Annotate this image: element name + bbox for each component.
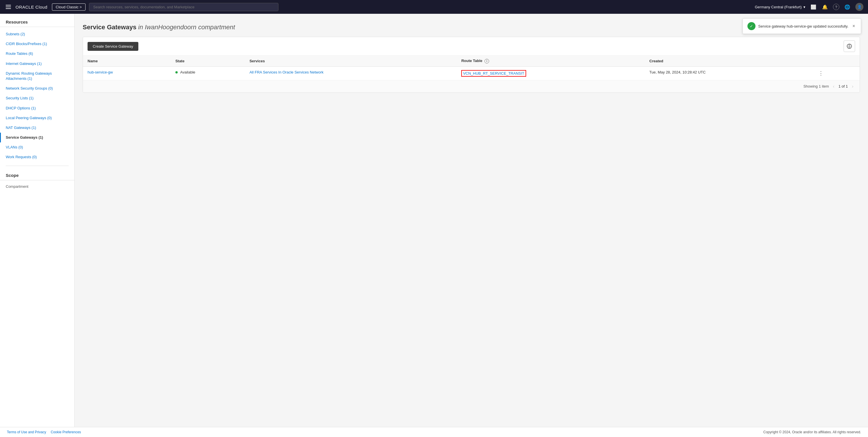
service-gateways-table: Name State Services Route Table i Create… (83, 56, 860, 80)
sidebar-item-local-peering[interactable]: Local Peering Gateways (0) (0, 113, 74, 123)
monitor-icon[interactable]: ⬜ (810, 3, 817, 10)
create-service-gateway-button[interactable]: Create Service Gateway (88, 42, 138, 51)
top-navigation: ORACLE Cloud Cloud Classic > Germany Cen… (0, 0, 868, 14)
prev-page-button[interactable]: ‹ (831, 83, 836, 90)
sidebar-item-drg-attachments[interactable]: Dynamic Routing Gateways Attachments (1) (0, 69, 74, 84)
toast-message: Service gateway hub-service-gw updated s… (758, 24, 848, 28)
region-label: Germany Central (Frankfurt) (755, 5, 802, 9)
cell-services: All FRA Services In Oracle Services Netw… (245, 66, 457, 80)
sidebar-item-vlans[interactable]: VLANs (0) (0, 143, 74, 152)
col-state: State (171, 56, 245, 66)
user-avatar[interactable]: 👤 (856, 3, 863, 11)
cloud-classic-button[interactable]: Cloud Classic > (52, 3, 86, 11)
cell-route-table: VCN_HUB_RT_SERVICE_TRANSIT (457, 66, 645, 80)
hamburger-menu[interactable] (5, 4, 12, 10)
toast-notification: ✓ Service gateway hub-service-gw updated… (743, 19, 861, 34)
help-icon[interactable]: ? (833, 4, 839, 10)
service-gateways-table-container: Create Service Gateway Name S (83, 37, 860, 93)
search-input[interactable] (89, 3, 278, 11)
bell-icon[interactable]: 🔔 (822, 3, 828, 10)
cell-state: Available (171, 66, 245, 80)
sidebar-item-route-tables[interactable]: Route Tables (6) (0, 49, 74, 59)
page-footer: Terms of Use and Privacy Cookie Preferen… (0, 427, 868, 437)
page-info: 1 of 1 (838, 84, 848, 88)
sidebar-item-subnets[interactable]: Subnets (2) (0, 29, 74, 39)
table-footer: Showing 1 item ‹ 1 of 1 › (83, 80, 860, 92)
col-created: Created (645, 56, 811, 66)
toast-close-button[interactable]: × (851, 24, 856, 29)
services-link[interactable]: All FRA Services In Oracle Services Netw… (249, 70, 323, 74)
sidebar-item-dhcp[interactable]: DHCP Options (1) (0, 103, 74, 113)
sidebar-item-nsg[interactable]: Network Security Groups (0) (0, 84, 74, 93)
globe-icon[interactable]: 🌐 (844, 3, 851, 10)
status-indicator (175, 71, 178, 73)
showing-count: Showing 1 item (803, 84, 829, 88)
next-page-button[interactable]: › (850, 83, 855, 90)
sidebar-item-internet-gateways[interactable]: Internet Gateways (1) (0, 59, 74, 69)
sidebar: Resources Subnets (2) CIDR Blocks/Prefix… (0, 14, 74, 427)
table-header-row: Name State Services Route Table i Create… (83, 56, 860, 66)
state-text: Available (180, 70, 195, 74)
scope-title: Scope (0, 169, 74, 180)
table-row: hub-service-gw Available All FRA Service… (83, 66, 860, 80)
cell-actions: ⋮ (811, 66, 860, 80)
nav-right: Germany Central (Frankfurt) ▾ ⬜ 🔔 ? 🌐 👤 (755, 3, 863, 11)
col-name: Name (83, 56, 171, 66)
cookie-link[interactable]: Cookie Preferences (51, 430, 81, 434)
row-actions-menu[interactable]: ⋮ (816, 70, 826, 76)
terms-link[interactable]: Terms of Use and Privacy (7, 430, 46, 434)
cell-created: Tue, May 28, 2024, 10:28:42 UTC (645, 66, 811, 80)
sidebar-item-nat-gateways[interactable]: NAT Gateways (1) (0, 123, 74, 133)
sidebar-item-work-requests[interactable]: Work Requests (0) (0, 152, 74, 162)
col-actions (811, 56, 860, 66)
route-table-info-icon[interactable]: i (485, 59, 489, 63)
sidebar-item-cidr[interactable]: CIDR Blocks/Prefixes (1) (0, 39, 74, 49)
copyright-text: Copyright © 2024, Oracle and/or its affi… (763, 430, 861, 434)
main-layout: Resources Subnets (2) CIDR Blocks/Prefix… (0, 14, 868, 427)
table-toolbar: Create Service Gateway (83, 37, 860, 56)
sidebar-item-security-lists[interactable]: Security Lists (1) (0, 93, 74, 103)
oracle-logo: ORACLE Cloud (16, 5, 48, 9)
resources-title: Resources (0, 20, 74, 27)
region-selector[interactable]: Germany Central (Frankfurt) ▾ (755, 5, 805, 9)
sidebar-item-service-gateways[interactable]: Service Gateways (1) (0, 133, 74, 143)
route-table-link[interactable]: VCN_HUB_RT_SERVICE_TRANSIT (461, 70, 526, 77)
main-content: ✓ Service gateway hub-service-gw updated… (74, 14, 868, 427)
cell-name: hub-service-gw (83, 66, 171, 80)
col-services: Services (245, 56, 457, 66)
table-view-toggle[interactable] (844, 40, 855, 52)
gateway-name-link[interactable]: hub-service-gw (88, 70, 113, 74)
toast-success-icon: ✓ (747, 22, 755, 30)
region-chevron-icon: ▾ (803, 5, 805, 9)
col-route-table: Route Table i (457, 56, 645, 66)
scope-compartment-label: Compartment (0, 183, 74, 190)
footer-links: Terms of Use and Privacy Cookie Preferen… (7, 430, 81, 434)
